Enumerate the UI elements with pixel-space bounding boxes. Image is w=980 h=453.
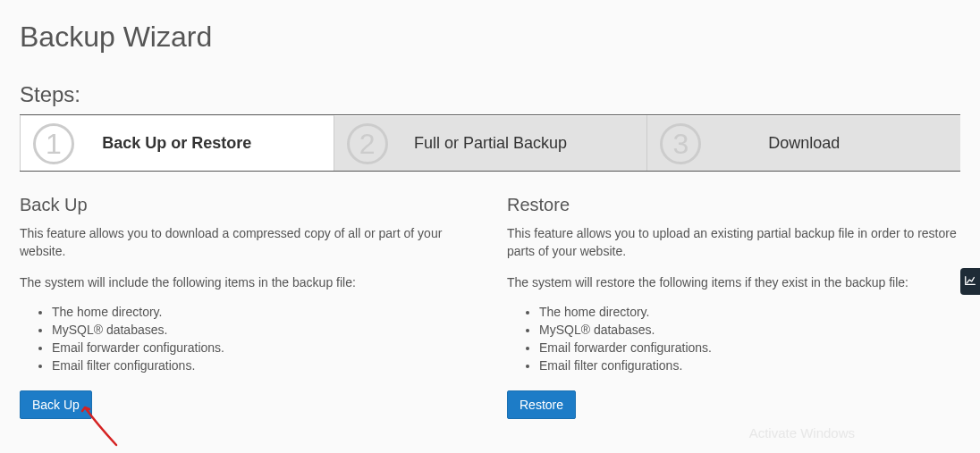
restore-column: Restore This feature allows you to uploa… <box>507 195 960 419</box>
backup-heading: Back Up <box>20 195 473 215</box>
windows-watermark: Activate Windows <box>749 425 855 440</box>
steps-row: 1 Back Up or Restore 2 Full or Partial B… <box>20 114 960 172</box>
step-title-3: Download <box>768 134 840 153</box>
backup-intro: The system will include the following it… <box>20 273 473 291</box>
page-title: Backup Wizard <box>20 21 960 54</box>
restore-button[interactable]: Restore <box>507 390 576 419</box>
step-title-2: Full or Partial Backup <box>414 134 567 153</box>
restore-intro: The system will restore the following it… <box>507 273 960 291</box>
step-download[interactable]: 3 Download <box>647 115 960 171</box>
step-number-1: 1 <box>33 123 74 164</box>
restore-items: The home directory. MySQL® databases. Em… <box>539 304 960 375</box>
chart-icon <box>964 274 976 289</box>
step-full-or-partial[interactable]: 2 Full or Partial Backup <box>334 115 648 171</box>
step-backup-or-restore[interactable]: 1 Back Up or Restore <box>20 115 334 171</box>
backup-column: Back Up This feature allows you to downl… <box>20 195 473 419</box>
list-item: MySQL® databases. <box>52 322 473 340</box>
list-item: Email filter configurations. <box>52 357 473 375</box>
restore-heading: Restore <box>507 195 960 215</box>
restore-desc: This feature allows you to upload an exi… <box>507 224 960 261</box>
list-item: MySQL® databases. <box>539 322 960 340</box>
list-item: Email forwarder configurations. <box>52 340 473 357</box>
steps-label: Steps: <box>20 82 960 107</box>
step-title-1: Back Up or Restore <box>102 134 251 153</box>
stats-side-tab[interactable] <box>960 268 980 295</box>
list-item: The home directory. <box>539 304 960 322</box>
list-item: Email forwarder configurations. <box>539 340 960 357</box>
list-item: Email filter configurations. <box>539 357 960 375</box>
step-number-2: 2 <box>347 123 388 164</box>
backup-button[interactable]: Back Up <box>20 390 92 419</box>
content-columns: Back Up This feature allows you to downl… <box>20 195 960 419</box>
step-number-3: 3 <box>660 123 701 164</box>
backup-items: The home directory. MySQL® databases. Em… <box>52 304 473 375</box>
backup-desc: This feature allows you to download a co… <box>20 224 473 261</box>
list-item: The home directory. <box>52 304 473 322</box>
